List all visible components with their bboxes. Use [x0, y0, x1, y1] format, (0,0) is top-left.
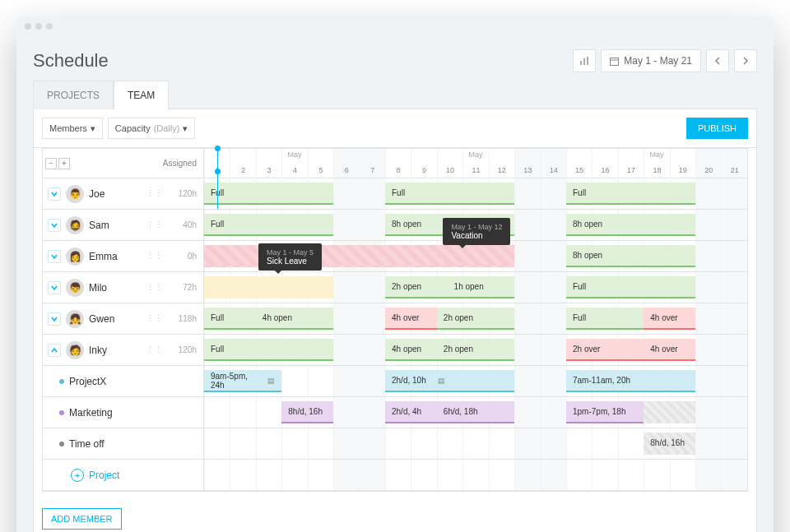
project-row-marketing: Marketing 8h/d, 16h 2h/d, 4h 6h/d, 18h 1… [43, 397, 747, 428]
tab-team[interactable]: TEAM [114, 81, 169, 109]
member-row-inky: 🧑Inky⋮⋮120h Full 4h open 2h open 2h over… [43, 335, 747, 366]
caret-down-icon: ▾ [91, 123, 95, 134]
drag-handle-icon[interactable]: ⋮⋮ [146, 188, 162, 199]
capacity-block[interactable]: 4h open [385, 339, 437, 361]
drag-handle-icon[interactable]: ⋮⋮ [146, 220, 162, 230]
tab-projects[interactable]: PROJECTS [33, 81, 114, 109]
project-dot [59, 442, 64, 446]
assignment-ghost[interactable] [644, 401, 695, 423]
drag-handle-icon[interactable]: ⋮⋮ [146, 345, 162, 355]
collapse-all-button[interactable]: − [45, 158, 57, 169]
capacity-block[interactable]: 2h open1h open [385, 276, 514, 298]
chart-icon-button[interactable] [573, 49, 596, 72]
drag-handle-icon[interactable]: ⋮⋮ [146, 251, 162, 261]
assigned-hours: 120h [172, 189, 197, 198]
assigned-hours: 0h [172, 252, 197, 261]
capacity-block[interactable]: 8h open [566, 214, 695, 236]
day-header: 13 [514, 149, 540, 178]
day-header: 6 [333, 149, 359, 178]
note-icon: ▤ [267, 377, 275, 385]
member-row-joe: 👨Joe⋮⋮120h Full Full Full [43, 178, 747, 210]
timeoff-block[interactable] [204, 276, 333, 298]
capacity-block[interactable]: Full [566, 183, 695, 205]
capacity-block[interactable]: 4h over [644, 339, 695, 361]
avatar: 🧔 [66, 216, 84, 234]
capacity-block[interactable]: 4h open [256, 308, 333, 330]
svg-rect-0 [580, 61, 582, 65]
day-header: 14 [540, 149, 565, 178]
day-header: 12 [489, 149, 514, 178]
day-header: 9 [411, 149, 436, 178]
capacity-block[interactable]: Full [385, 183, 514, 205]
assignment-block[interactable]: 8h/d, 16h [644, 433, 695, 455]
capacity-block[interactable]: 4h over [644, 308, 695, 330]
expand-member-button[interactable] [48, 187, 61, 201]
month-label: May [649, 150, 663, 159]
prev-button[interactable] [706, 49, 729, 72]
day-header: 8 [385, 149, 411, 178]
day-header: 21 [721, 149, 746, 178]
tooltip-sick-leave: May 1 - May 5Sick Leave [258, 243, 322, 271]
member-row-gwen: 👧Gwen⋮⋮118h Full 4h open 4h over 2h open… [43, 303, 747, 335]
expand-member-button[interactable] [48, 250, 61, 263]
expand-all-button[interactable]: + [58, 158, 70, 169]
capacity-block[interactable]: Full [204, 339, 333, 361]
day-header: 16 [592, 149, 617, 178]
day-header: 5 [308, 149, 333, 178]
add-member-button[interactable]: ADD MEMBER [42, 508, 122, 530]
publish-button[interactable]: PUBLISH [686, 118, 748, 139]
collapse-member-button[interactable] [48, 344, 61, 357]
capacity-block[interactable]: 2h over [566, 339, 644, 361]
avatar: 👨 [66, 185, 84, 203]
capacity-dropdown[interactable]: Capacity (Daily) ▾ [108, 118, 196, 139]
date-range-button[interactable]: May 1 - May 21 [601, 49, 701, 72]
project-row-timeoff: Time off 8h/d, 16h [43, 428, 747, 460]
assigned-header: Assigned [72, 159, 203, 168]
assignment-block[interactable]: 7am-11am, 20h [566, 370, 695, 392]
assignment-block[interactable]: 2h/d, 4h [385, 401, 437, 423]
project-name: Marketing [69, 407, 203, 419]
member-name: Emma [89, 251, 141, 262]
assignment-block[interactable]: 1pm-7pm, 18h [566, 401, 644, 423]
member-row-emma: 👩Emma⋮⋮0h 8h open May 1 - May 5Sick Leav… [43, 241, 747, 272]
capacity-block[interactable]: 2h open [437, 308, 514, 330]
next-button[interactable] [734, 49, 757, 72]
assignment-block[interactable]: 2h/d, 10h▤ [385, 370, 514, 392]
page-title: Schedule [33, 50, 109, 72]
avatar: 👧 [66, 310, 84, 328]
assignment-block[interactable]: 6h/d, 18h [437, 401, 514, 423]
tooltip-vacation: May 1 - May 12Vacation [443, 218, 510, 245]
members-dropdown[interactable]: Members ▾ [42, 118, 103, 139]
project-name: ProjectX [69, 376, 203, 387]
member-name: Joe [89, 188, 141, 200]
avatar: 🧑 [66, 341, 84, 359]
capacity-block[interactable]: Full [566, 308, 644, 330]
day-header: 10 [437, 149, 462, 178]
assignment-block[interactable]: 8h/d, 16h [281, 401, 333, 423]
expand-member-button[interactable] [48, 219, 61, 232]
expand-member-button[interactable] [48, 281, 61, 294]
capacity-block[interactable]: 2h open [437, 339, 514, 361]
capacity-block[interactable]: 8h open [566, 245, 695, 267]
add-project-row: +Project [43, 460, 747, 491]
day-header: 3 [256, 149, 281, 178]
day-header: 20 [695, 149, 721, 178]
capacity-block[interactable]: Full [204, 183, 333, 205]
day-header: 15 [566, 149, 592, 178]
capacity-block[interactable]: Full [204, 214, 333, 236]
add-project-button[interactable]: +Project [59, 469, 119, 482]
member-name: Gwen [89, 313, 141, 325]
capacity-block[interactable]: Full [204, 308, 256, 330]
timeoff-block[interactable] [204, 245, 514, 267]
drag-handle-icon[interactable]: ⋮⋮ [146, 282, 162, 293]
project-dot [59, 379, 64, 384]
member-name: Inky [89, 345, 141, 356]
month-label: May [287, 150, 301, 159]
drag-handle-icon[interactable]: ⋮⋮ [146, 313, 162, 324]
project-dot [59, 410, 64, 415]
assignment-block[interactable]: 9am-5pm, 24h▤ [204, 370, 281, 392]
day-header: 2 [230, 149, 255, 178]
capacity-block[interactable]: 4h over [385, 308, 437, 330]
capacity-block[interactable]: Full [566, 276, 695, 298]
expand-member-button[interactable] [48, 312, 61, 326]
